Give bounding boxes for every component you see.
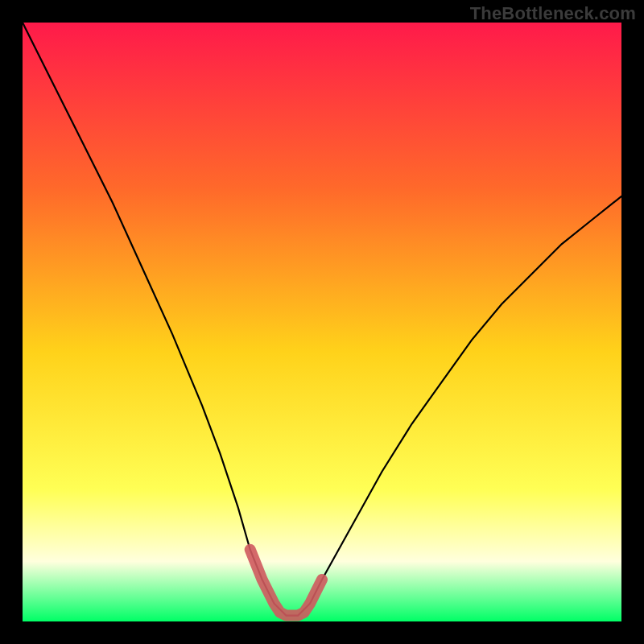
watermark-text: TheBottleneck.com [470,3,636,24]
chart-frame: { "watermark": "TheBottleneck.com", "col… [0,0,644,644]
bottleneck-chart [0,0,644,644]
plot-background [23,23,621,621]
